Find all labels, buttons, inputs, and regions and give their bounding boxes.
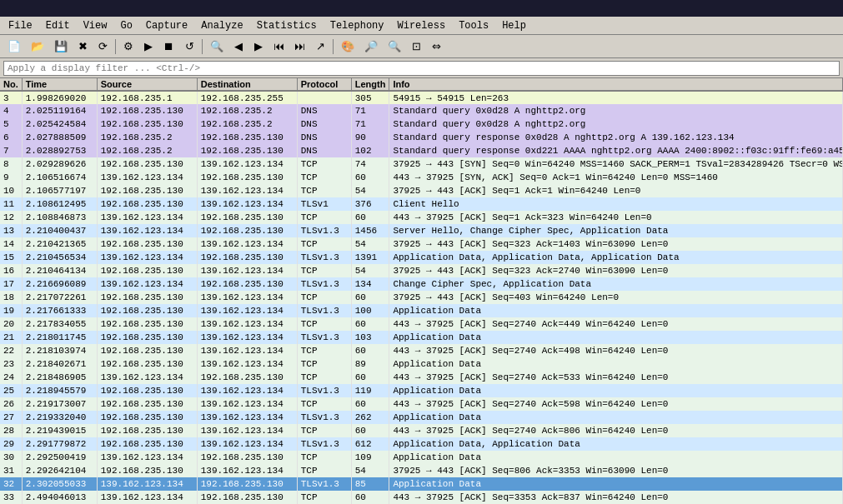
table-cell: 2.292500419 [22,451,97,464]
table-row[interactable]: 92.106516674139.162.123.134192.168.235.1… [0,171,843,184]
table-row[interactable]: 252.218945579192.168.235.130139.162.123.… [0,384,843,397]
table-row[interactable]: 242.218486905139.162.123.134192.168.235.… [0,371,843,384]
table-row[interactable]: 112.108612495192.168.235.130139.162.123.… [0,197,843,211]
table-row[interactable]: 31.998269020192.168.235.1192.168.235.255… [0,91,843,104]
table-cell: 23 [0,357,22,371]
table-cell: 1391 [351,251,389,264]
packet-table: No. Time Source Destination Protocol Len… [0,78,843,504]
table-cell: 2.210464134 [22,264,97,277]
table-cell: Application Data [389,331,843,344]
open-button[interactable]: 📂 [27,37,48,56]
menu-go[interactable]: Go [113,18,138,33]
table-cell: Application Data [389,357,843,371]
table-cell: 11 [0,197,22,211]
table-row[interactable]: 142.210421365192.168.235.130139.162.123.… [0,237,843,251]
menu-file[interactable]: File [2,18,39,33]
table-cell: 192.168.235.130 [97,437,197,451]
menu-analyze[interactable]: Analyze [194,18,249,33]
table-cell: TLSv1 [297,197,351,211]
table-cell: DNS [297,131,351,144]
table-row[interactable]: 132.210400437139.162.123.134192.168.235.… [0,224,843,237]
table-row[interactable]: 192.217661333192.168.235.130139.162.123.… [0,304,843,317]
menu-telephony[interactable]: Telephony [324,18,391,33]
go-to-packet-button[interactable]: ↗ [311,37,329,56]
zoom-out-button[interactable]: 🔍 [384,37,405,56]
table-row[interactable]: 52.025424584192.168.235.130192.168.235.2… [0,117,843,131]
zoom-reset-button[interactable]: ⊡ [407,37,425,56]
table-cell: 2.025424584 [22,117,97,131]
table-cell: 54915 → 54915 Len=263 [389,91,843,104]
table-cell: 443 → 37925 [ACK] Seq=2740 Ack=806 Win=6… [389,424,843,437]
table-cell: 139.162.123.134 [97,491,197,504]
resize-columns-button[interactable]: ⇔ [427,37,445,56]
table-row[interactable]: 102.106577197192.168.235.130139.162.123.… [0,184,843,197]
filter-input[interactable] [3,61,840,76]
restart-capture-button[interactable]: ↺ [180,37,198,56]
table-row[interactable]: 172.216696089139.162.123.134192.168.235.… [0,277,843,291]
table-cell: 192.168.235.130 [97,104,197,117]
table-cell: 2.108846873 [22,211,97,224]
table-row[interactable]: 152.210456534139.162.123.134192.168.235.… [0,251,843,264]
menu-view[interactable]: View [77,18,114,33]
table-row[interactable]: 292.291779872192.168.235.130139.162.123.… [0,437,843,451]
table-cell: 139.162.123.134 [197,437,297,451]
table-row[interactable]: 272.219332040192.168.235.130139.162.123.… [0,411,843,424]
table-cell: TCP [297,397,351,411]
table-row[interactable]: 212.218011745192.168.235.130139.162.123.… [0,331,843,344]
table-cell: 5 [0,117,22,131]
table-cell: 192.168.235.130 [97,291,197,304]
table-cell: 30 [0,451,22,464]
table-row[interactable]: 82.029289626192.168.235.130139.162.123.1… [0,157,843,171]
find-packet-button[interactable]: 🔍 [206,37,228,56]
table-cell: 60 [351,397,389,411]
table-cell: TLSv1.3 [297,384,351,397]
table-row[interactable]: 312.292642104192.168.235.130139.162.123.… [0,464,843,477]
save-button[interactable]: 💾 [50,37,72,56]
table-row[interactable]: 162.210464134192.168.235.130139.162.123.… [0,264,843,277]
capture-options-button[interactable]: ⚙ [119,37,138,56]
table-cell: 192.168.235.255 [197,91,297,104]
go-forward-button[interactable]: ▶ [249,37,268,56]
table-cell: 16 [0,264,22,277]
packet-table-container[interactable]: No. Time Source Destination Protocol Len… [0,78,843,504]
go-last-button[interactable]: ⏭ [290,37,309,56]
table-cell: 443 → 37925 [ACK] Seq=1 Ack=323 Win=6424… [389,211,843,224]
menu-statistics[interactable]: Statistics [250,18,324,33]
table-row[interactable]: 322.302055033139.162.123.134192.168.235.… [0,477,843,491]
menu-tools[interactable]: Tools [452,18,495,33]
go-back-button[interactable]: ◀ [229,37,248,56]
table-row[interactable]: 282.219439015192.168.235.130139.162.123.… [0,424,843,437]
table-row[interactable]: 262.219173007192.168.235.130139.162.123.… [0,397,843,411]
table-cell: 134 [351,277,389,291]
table-row[interactable]: 182.217072261192.168.235.130139.162.123.… [0,291,843,304]
table-row[interactable]: 302.292500419139.162.123.134192.168.235.… [0,451,843,464]
menu-edit[interactable]: Edit [39,18,77,33]
zoom-in-button[interactable]: 🔎 [360,37,382,56]
col-header-time: Time [22,78,97,91]
table-row[interactable]: 122.108846873139.162.123.134192.168.235.… [0,211,843,224]
table-row[interactable]: 332.494046013139.162.123.134192.168.235.… [0,491,843,504]
reload-button[interactable]: ⟳ [93,37,112,56]
table-cell: 103 [351,331,389,344]
menu-capture[interactable]: Capture [139,18,194,33]
new-capture-button[interactable]: 📄 [3,37,25,56]
table-row[interactable]: 202.217834055192.168.235.130139.162.123.… [0,317,843,331]
start-capture-button[interactable]: ▶ [139,37,158,56]
go-first-button[interactable]: ⏮ [269,37,289,56]
table-cell: 139.162.123.134 [197,237,297,251]
stop-capture-button[interactable]: ⏹ [159,37,178,56]
table-cell: TCP [297,424,351,437]
table-cell: 305 [351,91,389,104]
table-row[interactable]: 42.025119164192.168.235.130192.168.235.2… [0,104,843,117]
table-row[interactable]: 72.028892753192.168.235.2192.168.235.130… [0,144,843,157]
colorize-button[interactable]: 🎨 [337,37,359,56]
table-row[interactable]: 232.218402671192.168.235.130139.162.123.… [0,357,843,371]
table-cell: 2.217072261 [22,291,97,304]
menu-wireless[interactable]: Wireless [391,18,453,33]
menu-help[interactable]: Help [495,18,533,33]
close-button[interactable]: ✖ [73,37,92,56]
table-cell: 443 → 37925 [ACK] Seq=2740 Ack=598 Win=6… [389,397,843,411]
table-row[interactable]: 62.027888509192.168.235.2192.168.235.130… [0,131,843,144]
table-row[interactable]: 222.218103974192.168.235.130139.162.123.… [0,344,843,357]
table-cell: 2.218486905 [22,371,97,384]
